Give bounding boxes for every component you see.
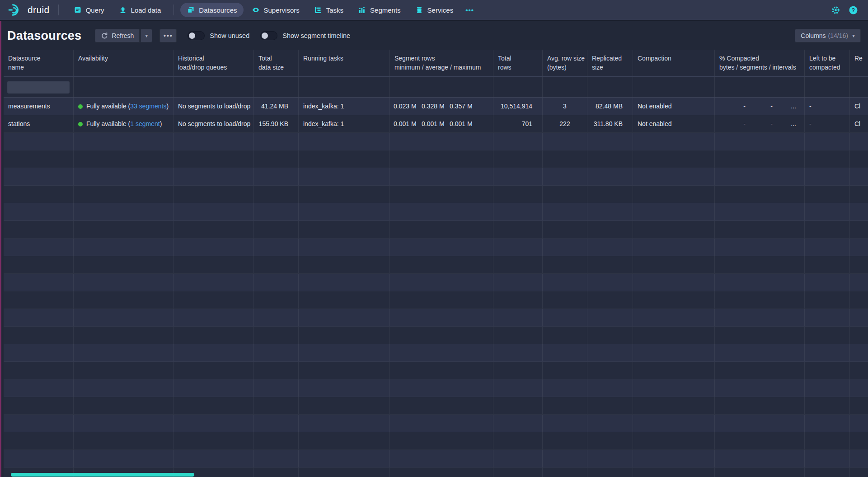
empty-cell: [715, 309, 805, 326]
nav-item-services[interactable]: Services: [409, 3, 460, 17]
available-status-dot: [78, 104, 83, 109]
empty-cell: [299, 221, 390, 238]
column-header-historical-queues[interactable]: Historicalload/drop queues: [174, 50, 254, 76]
empty-cell: [543, 432, 587, 449]
empty-cell: [543, 168, 587, 185]
column-header-retention[interactable]: Re: [850, 50, 868, 76]
refresh-button[interactable]: Refresh: [95, 29, 140, 42]
empty-cell: [74, 238, 174, 256]
column-header-segment-rows[interactable]: Segment rowsminimum / average / maximum: [390, 50, 493, 76]
empty-cell: [715, 432, 805, 449]
empty-cell: [633, 133, 715, 150]
empty-cell: [587, 203, 633, 220]
empty-row: [4, 274, 868, 291]
availability-cell: Fully available (33 segments): [74, 98, 174, 115]
empty-cell: [805, 221, 850, 238]
empty-cell: [493, 203, 543, 220]
page-more-button[interactable]: •••: [160, 29, 177, 42]
column-header-datasource-name[interactable]: Datasourcename: [4, 50, 74, 76]
empty-cell: [254, 168, 299, 185]
show-unused-toggle[interactable]: Show unused: [188, 31, 249, 40]
empty-cell: [493, 274, 543, 291]
empty-cell: [254, 221, 299, 238]
empty-cell: [299, 256, 390, 273]
column-header-pct-compacted[interactable]: % Compactedbytes / segments / intervals: [715, 50, 805, 76]
empty-cell: [174, 168, 254, 185]
retention-cell[interactable]: Cl: [850, 98, 868, 115]
empty-cell: [850, 432, 868, 449]
nav-item-segments[interactable]: Segments: [352, 3, 407, 17]
segments-link[interactable]: 1 segment: [130, 120, 160, 127]
empty-cell: [543, 362, 587, 379]
empty-cell: [850, 397, 868, 414]
eye-icon: [252, 6, 260, 14]
empty-cell: [543, 256, 587, 273]
empty-cell: [254, 150, 299, 168]
filter-cell: [299, 77, 390, 97]
empty-cell: [299, 203, 390, 220]
columns-selector-button[interactable]: Columns (14/16) ▾: [795, 29, 861, 42]
column-header-left-to-be-compacted[interactable]: Left to becompacted: [805, 50, 850, 76]
column-header-running-tasks[interactable]: Running tasks: [299, 50, 390, 76]
empty-cell: [390, 468, 493, 477]
filter-cell: [805, 77, 850, 97]
empty-cell: [390, 344, 493, 361]
compaction-cell[interactable]: Not enabled: [633, 98, 715, 115]
nav-item-label: Segments: [370, 6, 401, 14]
empty-cell: [543, 327, 587, 344]
pct-compacted-cell: --...: [715, 115, 805, 132]
settings-button[interactable]: [830, 5, 840, 15]
empty-cell: [4, 344, 74, 361]
datasource-filter-input[interactable]: [7, 81, 70, 94]
nav-divider: [174, 5, 174, 15]
empty-cell: [4, 221, 74, 238]
nav-item-supervisors[interactable]: Supervisors: [245, 3, 306, 17]
column-header-avg-row-size[interactable]: Avg. row size(bytes): [543, 50, 587, 76]
empty-cell: [543, 415, 587, 432]
empty-cell: [715, 415, 805, 432]
empty-cell: [74, 344, 174, 361]
compaction-cell[interactable]: Not enabled: [633, 115, 715, 132]
empty-row: [4, 291, 868, 309]
segments-link[interactable]: 33 segments: [130, 103, 166, 110]
column-header-replicated-size[interactable]: Replicatedsize: [587, 50, 633, 76]
filter-cell: [850, 77, 868, 97]
druid-logo[interactable]: druid: [7, 3, 50, 17]
nav-item-datasources[interactable]: Datasources: [180, 3, 243, 17]
empty-cell: [390, 150, 493, 168]
nav-item-tasks[interactable]: Tasks: [308, 3, 350, 17]
nav-more-button[interactable]: •••: [461, 3, 478, 17]
left-to-be-compacted-cell: -: [805, 115, 850, 132]
column-header-total-data-size[interactable]: Totaldata size: [254, 50, 299, 76]
column-header-availability[interactable]: Availability: [74, 50, 174, 76]
show-segment-timeline-toggle[interactable]: Show segment timeline: [260, 31, 350, 40]
help-button[interactable]: ?: [848, 5, 858, 15]
filter-cell: [543, 77, 587, 97]
empty-cell: [299, 415, 390, 432]
empty-cell: [174, 397, 254, 414]
empty-cell: [390, 256, 493, 273]
empty-cell: [390, 133, 493, 150]
empty-cell: [493, 432, 543, 449]
empty-cell: [4, 379, 74, 397]
nav-item-load-data[interactable]: Load data: [113, 3, 168, 17]
column-header-total-rows[interactable]: Totalrows: [493, 50, 543, 76]
nav-item-query[interactable]: Query: [67, 3, 111, 17]
empty-row: [4, 379, 868, 397]
chevron-down-icon: ▾: [852, 33, 855, 39]
refresh-interval-button[interactable]: ▾: [141, 29, 152, 42]
empty-cell: [254, 415, 299, 432]
empty-cell: [805, 415, 850, 432]
empty-cell: [715, 379, 805, 397]
empty-cell: [4, 203, 74, 220]
empty-cell: [174, 256, 254, 273]
datasources-icon: [187, 6, 195, 14]
empty-cell: [587, 327, 633, 344]
empty-row: [4, 362, 868, 379]
empty-cell: [390, 274, 493, 291]
column-header-compaction[interactable]: Compaction: [633, 50, 715, 76]
empty-cell: [493, 168, 543, 185]
retention-cell[interactable]: Cl: [850, 115, 868, 132]
empty-cell: [633, 168, 715, 185]
horizontal-scrollbar-thumb[interactable]: [11, 473, 194, 477]
